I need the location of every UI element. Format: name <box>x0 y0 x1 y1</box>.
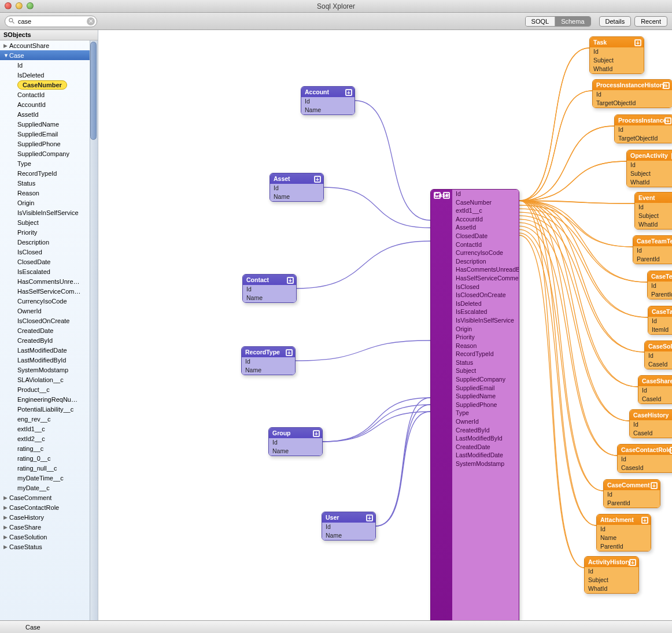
tree-item[interactable]: CreatedById <box>0 335 98 345</box>
tree-item[interactable]: SuppliedCompany <box>0 149 98 158</box>
node-header[interactable]: CaseComment+ <box>604 480 660 490</box>
node-header[interactable]: CaseTeamMember+ <box>648 271 672 282</box>
schema-node-asset[interactable]: Asset+IdName <box>269 173 324 202</box>
node-field[interactable]: HasSelfServiceComments <box>452 274 519 283</box>
tree-item[interactable]: SuppliedEmail <box>0 129 98 139</box>
node-field[interactable]: CaseId <box>638 395 672 404</box>
node-field[interactable]: Status <box>452 358 519 367</box>
soql-tab[interactable]: SOQL <box>526 17 556 26</box>
tree-item[interactable]: SLAViolation__c <box>0 375 98 384</box>
node-header[interactable]: ProcessInstance+ <box>615 115 672 125</box>
node-field[interactable]: IsDeleted <box>452 299 519 308</box>
node-field[interactable]: SuppliedName <box>452 392 519 401</box>
node-header[interactable]: CaseContactRole+ <box>618 445 672 455</box>
node-field[interactable]: Id <box>633 246 672 255</box>
schema-node-openactivity[interactable]: OpenActivity+IdSubjectWhatId <box>626 150 672 187</box>
node-field[interactable]: Id <box>597 525 651 534</box>
disclosure-arrow-icon[interactable] <box>3 534 9 540</box>
tree-item[interactable]: LastModifiedDate <box>0 345 98 355</box>
node-header[interactable]: Event+ <box>635 193 672 203</box>
schema-node-casesolution[interactable]: CaseSolution+IdCaseId <box>644 340 672 369</box>
disclosure-arrow-icon[interactable] <box>3 544 9 550</box>
node-field[interactable]: WhatId <box>585 584 638 593</box>
tree-item[interactable]: LastModifiedById <box>0 355 98 365</box>
tree-item[interactable]: Origin <box>0 198 98 208</box>
node-header[interactable]: Case−+ <box>431 190 452 620</box>
schema-node-contact[interactable]: Contact+IdName <box>242 274 297 303</box>
node-header[interactable]: Asset+ <box>270 173 323 184</box>
expand-icon[interactable]: + <box>313 430 320 437</box>
node-field[interactable]: Id <box>618 455 672 464</box>
tree-item[interactable]: RecordTypeId <box>0 168 98 178</box>
node-field[interactable]: CreatedDate <box>452 443 519 451</box>
schema-node-account[interactable]: Account+IdName <box>301 86 355 115</box>
tree-item[interactable]: IsVisibleInSelfService <box>0 208 98 217</box>
node-field[interactable]: IsClosed <box>452 283 519 291</box>
node-field[interactable]: AccountId <box>452 215 519 224</box>
node-field[interactable]: Name <box>242 366 295 375</box>
node-field[interactable]: ContactId <box>452 240 519 249</box>
schema-node-processinstance[interactable]: ProcessInstance+IdTargetObjectId <box>614 114 672 143</box>
node-field[interactable]: ParentId <box>648 290 672 299</box>
node-field[interactable]: Id <box>635 203 672 212</box>
tree-item[interactable]: Priority <box>0 227 98 237</box>
tree-item[interactable]: HasSelfServiceCom… <box>0 286 98 296</box>
tree-item[interactable]: EngineeringReqNu… <box>0 394 98 404</box>
node-field[interactable]: Id <box>604 490 660 499</box>
clear-search-icon[interactable]: ✕ <box>87 17 95 25</box>
schema-node-task[interactable]: Task+IdSubjectWhatId <box>589 36 644 74</box>
recent-button[interactable]: Recent <box>634 16 667 27</box>
schema-tab[interactable]: Schema <box>555 17 590 26</box>
node-field[interactable]: HasCommentsUnreadByOwner <box>452 265 519 274</box>
node-field[interactable]: IsVisibleInSelfService <box>452 316 519 325</box>
tree-item[interactable]: Status <box>0 178 98 188</box>
node-field[interactable]: Name <box>269 447 322 456</box>
expand-icon[interactable]: + <box>443 192 450 199</box>
node-header[interactable]: Group+ <box>269 428 322 438</box>
tree-item[interactable]: CaseSolution <box>0 532 98 542</box>
node-field[interactable]: TargetObjectId <box>615 134 672 143</box>
node-header[interactable]: Contact+ <box>243 275 296 285</box>
node-header[interactable]: Task+ <box>590 37 644 47</box>
node-field[interactable]: WhatId <box>627 178 672 187</box>
node-field[interactable]: WhatId <box>635 220 672 229</box>
node-field[interactable]: Id <box>322 523 375 531</box>
tree-item[interactable]: AssetId <box>0 109 98 119</box>
node-field[interactable]: ParentId <box>597 542 651 551</box>
node-field[interactable]: Id <box>627 161 672 169</box>
node-field[interactable]: Subject <box>590 56 644 65</box>
sidebar-scrollbar-thumb[interactable] <box>90 42 97 140</box>
node-field[interactable]: Id <box>648 282 672 290</box>
tree-item[interactable]: CaseShare <box>0 522 98 532</box>
schema-node-attachment[interactable]: Attachment+IdNameParentId <box>596 514 651 551</box>
node-field[interactable]: TargetObjectId <box>593 99 672 108</box>
node-header[interactable]: ActivityHistory+ <box>585 557 638 567</box>
node-field[interactable]: Id <box>301 97 355 106</box>
expand-icon[interactable]: + <box>287 277 294 284</box>
node-field[interactable]: SuppliedPhone <box>452 401 519 409</box>
node-field[interactable]: AssetId <box>452 223 519 232</box>
node-field[interactable]: ParentId <box>604 499 660 508</box>
node-field[interactable]: Id <box>270 184 323 193</box>
collapse-icon[interactable]: − <box>434 192 441 199</box>
tree-item[interactable]: extId2__c <box>0 434 98 443</box>
schema-node-casehistory[interactable]: CaseHistory+IdCaseId <box>629 409 672 438</box>
node-field[interactable]: WhatId <box>590 65 644 73</box>
node-field[interactable]: Id <box>452 190 519 198</box>
disclosure-arrow-icon[interactable] <box>3 505 9 510</box>
schema-node-processinstancehistory[interactable]: ProcessInstanceHistory+IdTargetObjectId <box>592 79 672 108</box>
schema-node-casetag[interactable]: CaseTag+IdItemId <box>648 306 672 335</box>
tree-item[interactable]: CaseStatus <box>0 542 98 551</box>
tree-item[interactable]: SystemModstamp <box>0 365 98 375</box>
node-field[interactable]: Name <box>243 294 296 302</box>
node-field[interactable]: CreatedById <box>452 426 519 435</box>
node-field[interactable]: Subject <box>585 576 638 584</box>
node-field[interactable]: IsEscalated <box>452 308 519 316</box>
tree-item[interactable]: IsClosed <box>0 247 98 257</box>
schema-node-recordtype[interactable]: RecordType+IdName <box>241 346 296 375</box>
disclosure-arrow-icon[interactable] <box>3 514 9 520</box>
tree-item[interactable]: IsClosedOnCreate <box>0 316 98 325</box>
schema-node-casecomment[interactable]: CaseComment+IdParentId <box>603 479 660 508</box>
expand-icon[interactable]: + <box>366 514 373 521</box>
node-field[interactable]: Description <box>452 257 519 266</box>
